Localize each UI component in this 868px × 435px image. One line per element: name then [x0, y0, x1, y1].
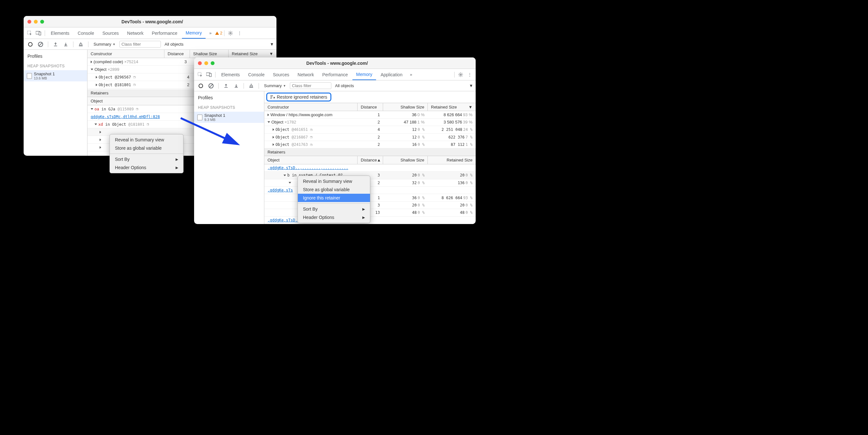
- tab-performance[interactable]: Performance: [318, 69, 351, 80]
- tab-elements[interactable]: Elements: [217, 69, 244, 80]
- view-select[interactable]: Summary▼: [262, 83, 288, 89]
- close-dot[interactable]: [27, 20, 31, 24]
- snapshot-item[interactable]: Snapshot 1 13.6 MB: [24, 70, 87, 82]
- record-button[interactable]: [197, 82, 205, 90]
- class-filter-input[interactable]: [290, 82, 331, 89]
- table-row[interactable]: Object @241763 ❐ 2 160 % 87 1121 %: [264, 141, 476, 148]
- col-constructor[interactable]: Constructor: [264, 103, 358, 111]
- disclosure-triangle-icon[interactable]: [100, 131, 101, 133]
- close-dot[interactable]: [198, 61, 202, 65]
- device-icon[interactable]: [205, 70, 213, 79]
- disclosure-triangle-icon[interactable]: [273, 128, 274, 131]
- link-text[interactable]: qddgKe,sTsDMc,dtl0hd,eHDfl:828: [91, 115, 160, 119]
- chevron-down-icon[interactable]: ▼: [469, 83, 473, 88]
- disclosure-triangle-icon[interactable]: [91, 108, 93, 110]
- tab-network[interactable]: Network: [123, 27, 147, 39]
- devtools-tabs: Elements Console Sources Network Perform…: [24, 27, 276, 39]
- table-row[interactable]: Object @461651 ❐ 4 120 % 2 251 04824 %: [264, 126, 476, 133]
- disclosure-triangle-icon[interactable]: [96, 76, 97, 79]
- record-button[interactable]: [26, 40, 34, 49]
- tab-sources[interactable]: Sources: [269, 69, 293, 80]
- col-object[interactable]: Object: [264, 156, 358, 164]
- constructor-columns: Constructor Distance Shallow Size Retain…: [88, 50, 276, 58]
- disclosure-triangle-icon[interactable]: [283, 175, 286, 176]
- col-retained[interactable]: Retained Size▼: [428, 103, 476, 111]
- disclosure-triangle-icon[interactable]: [100, 146, 101, 149]
- disclosure-triangle-icon[interactable]: [96, 84, 97, 86]
- scope-select[interactable]: All objects: [333, 83, 356, 89]
- sweep-icon[interactable]: [247, 82, 255, 90]
- chevron-down-icon[interactable]: ▼: [270, 42, 274, 46]
- col-distance[interactable]: Distance: [358, 103, 383, 111]
- gear-icon[interactable]: [226, 29, 235, 37]
- col-retained[interactable]: Retained Size: [428, 156, 476, 164]
- menu-reveal-summary[interactable]: Reveal in Summary view: [298, 177, 370, 185]
- table-row[interactable]: Object ×1782 2 47 1881 % 3 580 57639 %: [264, 119, 476, 126]
- tabs-overflow-icon[interactable]: »: [206, 29, 215, 37]
- table-row[interactable]: ,qddgKe,sTsD..,........,.....,.....: [264, 164, 476, 172]
- tab-memory[interactable]: Memory: [352, 69, 376, 80]
- kebab-icon[interactable]: ⋮: [235, 29, 244, 37]
- menu-sort-by[interactable]: Sort By▶: [110, 155, 183, 163]
- tab-elements[interactable]: Elements: [47, 27, 73, 39]
- tab-performance[interactable]: Performance: [148, 27, 181, 39]
- file-icon: [27, 73, 32, 79]
- warnings-badge[interactable]: 2: [215, 31, 222, 35]
- tab-application[interactable]: Application: [377, 69, 406, 80]
- menu-ignore-retainer[interactable]: Ignore this retainer: [298, 194, 370, 202]
- disclosure-triangle-icon[interactable]: [91, 69, 93, 70]
- menu-store-global[interactable]: Store as global variable: [110, 144, 183, 152]
- download-icon[interactable]: [232, 82, 240, 90]
- download-icon[interactable]: [62, 40, 70, 49]
- device-icon[interactable]: [34, 29, 43, 37]
- disclosure-triangle-icon[interactable]: [100, 138, 101, 141]
- col-distance[interactable]: Distance▲: [358, 156, 383, 164]
- inspect-icon[interactable]: [196, 70, 204, 79]
- filter-x-icon: [270, 95, 275, 99]
- minimize-dot[interactable]: [34, 20, 38, 24]
- zoom-dot[interactable]: [40, 20, 44, 24]
- disclosure-triangle-icon[interactable]: [288, 182, 291, 184]
- menu-reveal-summary[interactable]: Reveal in Summary view: [110, 136, 183, 144]
- kebab-icon[interactable]: ⋮: [465, 70, 474, 79]
- clear-button[interactable]: [207, 82, 215, 90]
- tab-network[interactable]: Network: [294, 69, 318, 80]
- restore-ignored-retainers-button[interactable]: Restore ignored retainers: [266, 93, 331, 101]
- upload-icon[interactable]: [52, 40, 60, 49]
- inspect-icon[interactable]: [26, 29, 34, 37]
- view-select[interactable]: Summary▼: [92, 41, 118, 47]
- menu-header-options[interactable]: Header Options▶: [298, 213, 370, 221]
- col-shallow[interactable]: Shallow Size: [190, 50, 228, 58]
- col-retained[interactable]: Retained Size▼: [228, 50, 276, 58]
- menu-header-options[interactable]: Header Options▶: [110, 163, 183, 172]
- disclosure-triangle-icon[interactable]: [273, 136, 274, 138]
- disclosure-triangle-icon[interactable]: [268, 114, 269, 116]
- upload-icon[interactable]: [222, 82, 230, 90]
- disclosure-triangle-icon[interactable]: [273, 143, 274, 146]
- col-constructor[interactable]: Constructor: [88, 50, 164, 58]
- table-row[interactable]: Object @216867 ❐ 2 120 % 622 3767 %: [264, 134, 476, 141]
- tab-memory[interactable]: Memory: [182, 27, 206, 39]
- tab-console[interactable]: Console: [74, 27, 98, 39]
- tabs-overflow-icon[interactable]: »: [407, 70, 415, 79]
- tab-console[interactable]: Console: [244, 69, 268, 80]
- gear-icon[interactable]: [457, 70, 465, 79]
- zoom-dot[interactable]: [211, 61, 215, 65]
- clear-button[interactable]: [36, 40, 45, 49]
- menu-sort-by[interactable]: Sort By▶: [298, 205, 370, 213]
- table-row[interactable]: Window / https://www.google.com 1 360 % …: [264, 111, 476, 118]
- scope-select[interactable]: All objects: [163, 41, 185, 47]
- disclosure-triangle-icon[interactable]: [91, 61, 92, 63]
- col-distance[interactable]: Distance: [164, 50, 190, 58]
- tab-sources[interactable]: Sources: [99, 27, 123, 39]
- traffic-lights: [27, 20, 44, 24]
- class-filter-input[interactable]: [119, 41, 161, 48]
- col-shallow[interactable]: Shallow Size: [383, 103, 428, 111]
- disclosure-triangle-icon[interactable]: [268, 121, 270, 123]
- minimize-dot[interactable]: [204, 61, 208, 65]
- disclosure-triangle-icon[interactable]: [94, 124, 97, 125]
- retainers-heading: Retainers: [264, 148, 476, 156]
- menu-store-global[interactable]: Store as global variable: [298, 185, 370, 194]
- col-shallow[interactable]: Shallow Size: [383, 156, 428, 164]
- sweep-icon[interactable]: [76, 40, 85, 49]
